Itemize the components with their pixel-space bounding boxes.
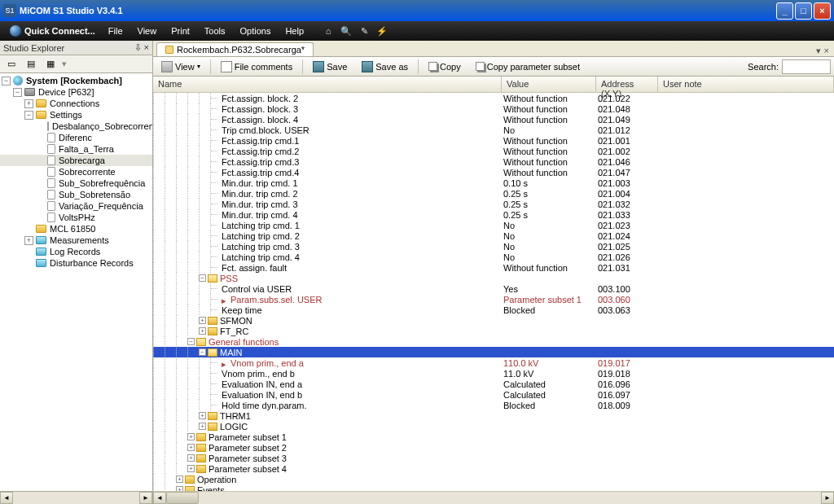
grid-row[interactable]: −PSS: [153, 273, 834, 283]
tool-icon[interactable]: ✎: [358, 24, 371, 37]
grid-row[interactable]: Min.dur. trip cmd. 20.25 s021.004: [153, 188, 834, 199]
grid-body[interactable]: Fct.assign. block. 2Without function021.…: [153, 93, 834, 491]
toggle-icon[interactable]: +: [199, 423, 206, 430]
tree-setting-2[interactable]: Falta_a_Terra: [0, 143, 152, 155]
grid-row[interactable]: ▸Param.subs.sel. USERParameter subset 10…: [153, 294, 834, 305]
close-button[interactable]: ×: [814, 2, 831, 20]
menu-print[interactable]: Print: [165, 24, 196, 38]
tree-btn-3[interactable]: ▦: [42, 57, 59, 72]
grid-row[interactable]: +Parameter subset 2: [153, 442, 834, 453]
tab-dropdown-icon[interactable]: ▾: [816, 46, 821, 56]
tree-measurements[interactable]: +Measurements: [0, 234, 152, 246]
grid-row[interactable]: Evaluation IN, end bCalculated016.097: [153, 389, 834, 400]
save-button[interactable]: Save: [308, 59, 352, 75]
grid-row[interactable]: Min.dur. trip cmd. 10.10 s021.003: [153, 177, 834, 188]
grid-row[interactable]: −General functions: [153, 336, 834, 347]
search-icon[interactable]: 🔍: [340, 24, 353, 37]
menu-view[interactable]: View: [131, 24, 164, 38]
tree-setting-8[interactable]: VoltsPHz: [0, 212, 152, 223]
toggle-icon[interactable]: +: [187, 433, 195, 440]
grid-row[interactable]: ▸Vnom prim., end a110.0 kV019.017: [153, 357, 834, 368]
home-icon[interactable]: ⌂: [322, 24, 335, 37]
tree-disturb[interactable]: Disturbance Records: [0, 257, 152, 269]
grid-row[interactable]: Fct.assig.trip cmd.2Without function021.…: [153, 146, 834, 156]
grid-row[interactable]: Fct.assign. block. 2Without function021.…: [153, 93, 834, 103]
tree-log[interactable]: Log Records: [0, 246, 152, 257]
col-addr[interactable]: Address (X.Y): [596, 77, 658, 92]
tree-connections[interactable]: +Connections: [0, 98, 152, 109]
copyparams-button[interactable]: Copy parameter subset: [471, 59, 585, 74]
grid-row[interactable]: Min.dur. trip cmd. 40.25 s021.033: [153, 209, 834, 220]
close-panel-icon[interactable]: ×: [144, 42, 149, 52]
tree-setting-3[interactable]: Sobrecarga: [0, 155, 152, 166]
tree-device[interactable]: −Device [P632]: [0, 86, 152, 98]
tree-setting-5[interactable]: Sub_Sobrefrequência: [0, 177, 152, 189]
grid-row[interactable]: +Events: [153, 484, 834, 491]
toggle-icon[interactable]: −: [199, 274, 206, 282]
col-note[interactable]: User note: [658, 77, 834, 92]
toggle-icon[interactable]: +: [199, 412, 206, 419]
saveas-button[interactable]: Save as: [357, 59, 413, 75]
grid-row[interactable]: Hold time dyn.param.Blocked018.009: [153, 400, 834, 410]
scroll-left-icon[interactable]: ◄: [153, 492, 166, 504]
menu-help[interactable]: Help: [279, 24, 310, 38]
grid-row[interactable]: +Operation: [153, 474, 834, 484]
grid-row[interactable]: Evaluation IN, end aCalculated016.096: [153, 379, 834, 389]
minimize-button[interactable]: _: [776, 2, 793, 20]
grid-row[interactable]: +THRM1: [153, 410, 834, 421]
tree-btn-1[interactable]: ▭: [3, 57, 20, 72]
grid-row[interactable]: Vnom prim., end b11.0 kV019.018: [153, 368, 834, 379]
grid-row[interactable]: +Parameter subset 4: [153, 463, 834, 474]
grid-row[interactable]: Fct. assign. faultWithout function021.03…: [153, 262, 834, 273]
scroll-left-icon[interactable]: ◄: [0, 492, 13, 504]
grid-row[interactable]: Keep timeBlocked003.063: [153, 305, 834, 315]
tree-settings[interactable]: −Settings: [0, 109, 152, 121]
tree[interactable]: −System [Rockembach] −Device [P632] +Con…: [0, 73, 152, 491]
col-name[interactable]: Name: [153, 77, 502, 92]
toggle-icon[interactable]: +: [199, 317, 206, 324]
toggle-icon[interactable]: +: [176, 486, 183, 491]
toggle-icon[interactable]: +: [199, 327, 206, 335]
grid-row[interactable]: Fct.assig.trip cmd.1Without function021.…: [153, 135, 834, 146]
scroll-right-icon[interactable]: ►: [821, 492, 834, 504]
tree-setting-6[interactable]: Sub_Sobretensão: [0, 189, 152, 200]
grid-row[interactable]: +SFMON: [153, 315, 834, 326]
view-button[interactable]: View▾: [156, 59, 205, 75]
grid-row[interactable]: Fct.assig.trip cmd.4Without function021.…: [153, 167, 834, 177]
scroll-thumb[interactable]: [166, 492, 199, 504]
tab-close-icon[interactable]: ×: [824, 46, 829, 56]
search-input[interactable]: [782, 59, 831, 74]
toggle-icon[interactable]: +: [187, 465, 195, 472]
grid-hscroll[interactable]: ◄ ►: [153, 491, 834, 504]
toggle-icon[interactable]: −: [199, 348, 206, 356]
grid-row[interactable]: Latching trip cmd. 3No021.025: [153, 241, 834, 252]
grid-row[interactable]: −MAIN: [153, 347, 834, 357]
grid-row[interactable]: Fct.assign. block. 4Without function021.…: [153, 114, 834, 125]
maximize-button[interactable]: □: [795, 2, 812, 20]
scroll-right-icon[interactable]: ►: [139, 492, 152, 504]
menu-options[interactable]: Options: [234, 24, 278, 38]
grid-row[interactable]: +Parameter subset 3: [153, 453, 834, 463]
col-value[interactable]: Value: [502, 77, 596, 92]
copy-button[interactable]: Copy: [424, 59, 466, 74]
menu-file[interactable]: File: [102, 24, 129, 38]
grid-row[interactable]: Control via USERYes003.100: [153, 283, 834, 294]
grid-row[interactable]: +FT_RC: [153, 326, 834, 336]
tree-setting-4[interactable]: Sobrecorrente: [0, 166, 152, 177]
tree-setting-0[interactable]: Desbalanço_Sobrecorrente: [0, 121, 152, 132]
bolt-icon[interactable]: ⚡: [375, 24, 388, 37]
tab-sobrecarga[interactable]: Rockembach.P632.Sobrecarga*: [156, 42, 314, 56]
grid-row[interactable]: Latching trip cmd. 1No021.023: [153, 220, 834, 230]
grid-row[interactable]: Min.dur. trip cmd. 30.25 s021.032: [153, 199, 834, 209]
toggle-icon[interactable]: +: [176, 476, 183, 483]
tree-btn-2[interactable]: ▤: [23, 57, 39, 72]
tree-system[interactable]: −System [Rockembach]: [0, 75, 152, 86]
grid-row[interactable]: +Parameter subset 1: [153, 432, 834, 442]
grid-row[interactable]: Latching trip cmd. 2No021.024: [153, 230, 834, 241]
grid-row[interactable]: Fct.assign. block. 3Without function021.…: [153, 103, 834, 114]
comments-button[interactable]: File comments: [216, 59, 298, 75]
tree-setting-1[interactable]: Diferenc: [0, 132, 152, 143]
grid-row[interactable]: Trip cmd.block. USERNo021.012: [153, 125, 834, 135]
grid-row[interactable]: Fct.assig.trip cmd.3Without function021.…: [153, 156, 834, 167]
toggle-icon[interactable]: +: [187, 444, 195, 451]
